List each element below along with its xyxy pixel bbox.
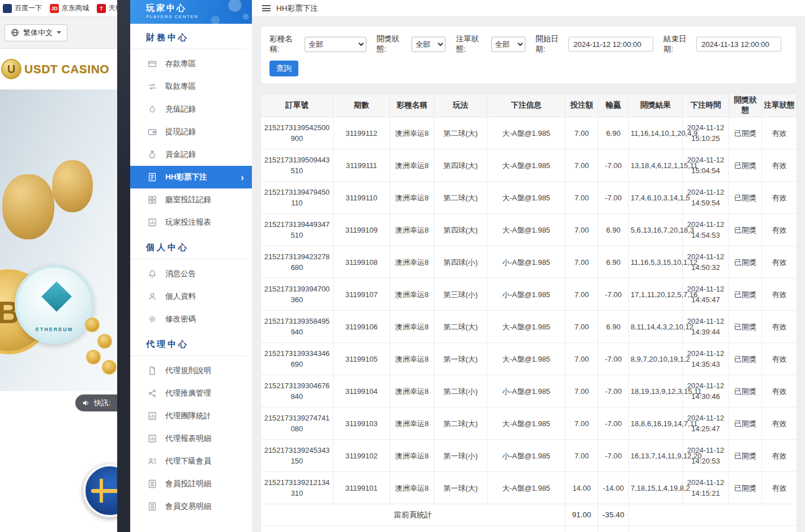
cell-order_status: 有效	[762, 311, 797, 343]
ethereum-coin-graphic: ETHEREUM	[15, 265, 94, 344]
lottery-filter-label: 彩種名稱:	[269, 34, 301, 54]
cell-result: 11,16,5,3,15,10,1,12	[629, 246, 683, 278]
sidebar-item[interactable]: HH彩票下注›	[130, 166, 252, 188]
cell-period: 31199112	[333, 117, 390, 149]
tmall-favicon-icon: T	[97, 4, 106, 13]
end-date-label: 結束日期:	[663, 34, 693, 54]
cell-lottery: 澳洲幸运8	[390, 149, 434, 182]
sidebar-item-label: 代理團隊統計	[165, 411, 211, 421]
filter-panel: 彩種名稱: 全部 開獎狀態: 全部 注單狀態: 全部 開始日期:	[260, 26, 797, 84]
cell-winloss: -7.00	[598, 375, 629, 407]
bookmark-baidu[interactable]: 百度一下	[3, 3, 42, 13]
cell-lottery: 澳洲幸运8	[390, 117, 434, 149]
column-header: 下注時間	[683, 94, 729, 117]
cell-order_status: 有效	[762, 343, 797, 375]
sidebar-item[interactable]: 個人資料	[130, 285, 252, 308]
language-bar: 繁体中文	[0, 17, 117, 49]
member-trades-icon	[148, 502, 157, 511]
member-bets-icon	[148, 479, 157, 488]
sidebar-section-header: 財務中心	[130, 24, 246, 49]
cell-info: 小-A盤@1.985	[487, 375, 566, 407]
withdrawal-record-icon	[148, 127, 157, 136]
cell-result: 11,16,14,10,1,20,4,9	[629, 117, 683, 149]
sidebar-item[interactable]: 代理下級會員	[130, 450, 252, 473]
sidebar-item[interactable]: 廳室投註記錄	[130, 188, 252, 211]
language-selector[interactable]: 繁体中文	[5, 24, 67, 41]
cell-info: 小-A盤@1.985	[487, 440, 566, 472]
draw-status-select[interactable]: 全部	[412, 37, 446, 52]
lottery-select[interactable]: 全部	[305, 37, 366, 52]
sidebar-item[interactable]: 修改密碼	[130, 308, 252, 331]
cell-winloss: 6.90	[598, 311, 629, 343]
cell-order_status: 有效	[762, 440, 797, 472]
column-header: 訂單號	[261, 94, 333, 117]
sidebar-item[interactable]: 代理推廣管理	[130, 382, 252, 405]
bookmark-label: 京东商城	[62, 3, 89, 13]
cell-order: 2152173139304676840	[261, 375, 333, 407]
table-header-row: 訂單號期數彩種名稱玩法下注信息投注額輸贏開獎結果下注時間開獎狀態注單狀態	[261, 94, 797, 117]
search-button[interactable]: 查詢	[269, 61, 298, 76]
end-date-input[interactable]	[696, 37, 781, 52]
menu-icon[interactable]	[262, 5, 271, 11]
cell-info: 大-A盤@1.985	[487, 407, 566, 440]
table-row: 215217313950944351031199111澳洲幸运8第四球(大)大-…	[261, 149, 797, 182]
chevron-right-icon: ›	[241, 173, 244, 182]
order-status-filter: 注單狀態: 全部	[456, 34, 525, 54]
start-date-input[interactable]	[568, 37, 653, 52]
sidebar-item[interactable]: 代理團隊統計	[130, 405, 252, 427]
summary-empty	[629, 504, 797, 526]
cell-lottery: 澳洲幸运8	[390, 343, 434, 375]
summary-empty	[629, 526, 797, 532]
cell-amount: 7.00	[566, 246, 598, 278]
bell-icon	[148, 269, 157, 278]
sidebar-item[interactable]: 會員投註明細	[130, 473, 252, 495]
sidebar-item[interactable]: 消息公告	[130, 263, 252, 285]
sidebar-item-label: 代理規則說明	[165, 366, 211, 376]
main-topbar: HH彩票下注	[252, 0, 805, 17]
modal-backdrop[interactable]	[117, 0, 130, 532]
cell-period: 31199109	[333, 214, 390, 246]
money-bag-graphic	[2, 174, 54, 239]
site-logo[interactable]: U USDT CASINO	[0, 49, 117, 89]
sidebar-item[interactable]: 代理報表明細	[130, 427, 252, 450]
sidebar-item[interactable]: 存款專區	[130, 53, 252, 75]
sidebar-item[interactable]: 取款專區	[130, 75, 252, 98]
sidebar-item[interactable]: 會員交易明細	[130, 495, 252, 518]
summary-bet-total: 91.00	[566, 504, 598, 526]
cell-amount: 7.00	[566, 278, 598, 311]
cell-period: 31199101	[333, 472, 390, 504]
sidebar-item-label: 玩家投注報表	[165, 217, 211, 228]
cell-result: 18,19,13,9,12,3,15,11	[629, 375, 683, 407]
order-status-select[interactable]: 全部	[491, 37, 525, 52]
cell-info: 大-A盤@1.985	[487, 472, 566, 504]
sidebar-item-label: 個人資料	[165, 291, 196, 302]
cell-winloss: 6.90	[598, 246, 629, 278]
cell-winloss: 6.90	[598, 117, 629, 149]
bookmark-label: 天猫	[109, 3, 117, 13]
cell-period: 31199111	[333, 149, 390, 182]
cell-order: 2152173139394700360	[261, 278, 333, 311]
sidebar-section-header: 個人中心	[130, 234, 246, 259]
sidebar-item[interactable]: 提現記錄	[130, 121, 252, 143]
bookmark-jd[interactable]: JD 京东商城	[50, 3, 89, 13]
sidebar-item[interactable]: 代理規則說明	[130, 359, 252, 382]
rules-doc-icon	[148, 366, 157, 375]
cell-play: 第二球(大)	[434, 182, 487, 214]
cell-winloss: -7.00	[598, 343, 629, 375]
cell-amount: 14.00	[566, 472, 598, 504]
lottery-bets-icon	[148, 173, 157, 182]
gold-coin-graphic	[102, 360, 117, 375]
share-icon	[148, 389, 157, 398]
sidebar-item[interactable]: 玩家投注報表	[130, 211, 252, 234]
cell-order: 2152173139423278680	[261, 246, 333, 278]
main-content: 彩種名稱: 全部 開獎狀態: 全部 注單狀態: 全部 開始日期:	[252, 17, 805, 532]
sidebar-item-label: 取款專區	[165, 81, 196, 92]
bookmark-tmall[interactable]: T 天猫	[97, 3, 117, 13]
sidebar-item[interactable]: 資金記錄	[130, 143, 252, 166]
sidebar-item[interactable]: 充值記錄	[130, 98, 252, 121]
sidebar-item-label: 會員交易明細	[165, 501, 211, 512]
cell-info: 大-A盤@1.985	[487, 117, 566, 149]
sidebar-header: 玩家中心 PLAYERS CENTER	[130, 0, 252, 24]
cell-play: 第四球(小)	[434, 246, 487, 278]
caret-down-icon	[57, 31, 61, 34]
